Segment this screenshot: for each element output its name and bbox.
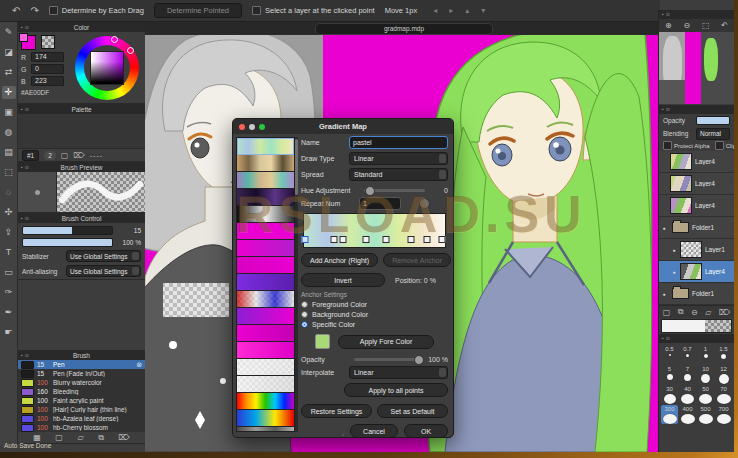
- gradient-preset-3[interactable]: [237, 172, 294, 189]
- gradient-preset-6[interactable]: [237, 223, 294, 240]
- dropdown-button[interactable]: [132, 252, 139, 260]
- checkbox-box[interactable]: [663, 141, 672, 150]
- new-page-icon[interactable]: ▢: [61, 151, 69, 160]
- delete-layer-icon[interactable]: ⌦: [719, 308, 730, 317]
- panel-menu-icon[interactable]: ⊙: [666, 336, 670, 341]
- gradient-preset-10[interactable]: [237, 291, 294, 308]
- gradient-preset-2[interactable]: [237, 155, 294, 172]
- brush-item[interactable]: 100hb-Cherry blossom: [18, 423, 145, 432]
- layer-row-folder1[interactable]: ●Folder1: [659, 283, 734, 305]
- gradient-preset-8[interactable]: [237, 257, 294, 274]
- layer-row-layer4[interactable]: Layer4: [659, 195, 734, 217]
- nudge-icon-4[interactable]: ▾: [481, 6, 485, 16]
- hand-tool[interactable]: ☛: [2, 326, 16, 339]
- invert-button[interactable]: Invert: [301, 273, 385, 287]
- brush-item[interactable]: 100Blurry watercolor: [18, 378, 145, 387]
- text-tool[interactable]: T: [2, 246, 16, 259]
- zoom-out-icon[interactable]: ⊖: [683, 21, 690, 30]
- gradient-preset-1[interactable]: [237, 138, 294, 155]
- checkbox-box[interactable]: [715, 141, 724, 150]
- gradient-anchor-8[interactable]: [439, 236, 446, 243]
- size-preset-0.7[interactable]: 0.7: [679, 345, 696, 364]
- new-layer-icon[interactable]: ▢: [663, 308, 671, 317]
- restore-settings-button[interactable]: Restore Settings: [301, 404, 372, 418]
- size-preset-500[interactable]: 500: [697, 405, 714, 424]
- stabilizer-dropdown[interactable]: Use Global Settings: [66, 250, 141, 262]
- gradient-anchor-4[interactable]: [363, 236, 370, 243]
- size-preset-7[interactable]: 7: [679, 365, 696, 384]
- gradient-preset-5[interactable]: [237, 206, 294, 223]
- saturation-value-square[interactable]: [90, 51, 124, 85]
- gradient-anchor-2[interactable]: [330, 236, 337, 243]
- background-color-radio[interactable]: Background Color: [301, 310, 448, 319]
- size-preset-12[interactable]: 12: [715, 365, 732, 384]
- antialiasing-dropdown[interactable]: Use Global Settings: [66, 265, 141, 277]
- nudge-icon-2[interactable]: ▸: [449, 6, 453, 16]
- redo-icon[interactable]: ↷: [30, 6, 38, 16]
- gradient-preset-9[interactable]: [237, 274, 294, 291]
- size-preset-700[interactable]: 700: [715, 405, 732, 424]
- gradient-preset-18[interactable]: [237, 427, 294, 432]
- gradient-tool[interactable]: ▤: [2, 146, 16, 159]
- brush-item[interactable]: 15Pen⊗: [18, 360, 145, 369]
- size-preset-0.5[interactable]: 0.5: [661, 345, 678, 364]
- duplicate-brush-icon[interactable]: ⧉: [98, 433, 104, 443]
- size-preset-1.5[interactable]: 1.5: [715, 345, 732, 364]
- eraser-tool[interactable]: ◪: [2, 46, 16, 59]
- gradient-preset-17[interactable]: [237, 410, 294, 427]
- resize-grip[interactable]: ⌟: [342, 429, 345, 436]
- gradient-preset-14[interactable]: [237, 359, 294, 376]
- slider-knob[interactable]: [414, 355, 424, 365]
- protect-alpha-checkbox[interactable]: Protect Alpha: [663, 141, 710, 150]
- draw-type-dropdown[interactable]: Linear: [349, 152, 448, 165]
- dropdown-button[interactable]: [439, 154, 446, 163]
- visibility-dot[interactable]: ●: [671, 269, 677, 275]
- layer-opacity-slider[interactable]: [696, 116, 730, 125]
- gradient-anchor-7[interactable]: [423, 236, 430, 243]
- duplicate-layer-icon[interactable]: ⧉: [678, 307, 684, 317]
- brush-opacity-slider[interactable]: [22, 238, 113, 247]
- brush-item[interactable]: 100hb-Azalea leaf (dense): [18, 414, 145, 423]
- panel-menu-icon[interactable]: ⊙: [666, 12, 670, 17]
- panel-collapse-icon[interactable]: ▪: [662, 12, 664, 17]
- apply-fore-color-button[interactable]: Apply Fore Color: [338, 335, 434, 349]
- curve-tool[interactable]: ✑: [2, 286, 16, 299]
- gradient-preset-16[interactable]: [237, 393, 294, 410]
- size-preset-50[interactable]: 50: [697, 385, 714, 404]
- add-folder-icon[interactable]: ▱: [705, 308, 711, 317]
- spread-dropdown[interactable]: Standard: [349, 168, 448, 181]
- select-layer-checkbox[interactable]: Select a layer at the clicked point: [252, 6, 375, 15]
- decoration-tool[interactable]: ✣: [2, 206, 16, 219]
- brush-options-icon[interactable]: ⊗: [136, 361, 142, 369]
- hue-adjustment-slider[interactable]: [364, 189, 425, 192]
- dropdown-button[interactable]: [439, 368, 446, 377]
- b-value-field[interactable]: 223: [31, 76, 64, 86]
- checkbox-box[interactable]: [49, 6, 58, 15]
- rotate-reset-icon[interactable]: ↶: [721, 21, 728, 30]
- trash-icon[interactable]: ⌦: [73, 151, 84, 160]
- brush-item[interactable]: 100[Hair] Curly hair (thin line): [18, 405, 145, 414]
- radio-dot-selected[interactable]: [301, 321, 308, 328]
- cancel-button[interactable]: Cancel: [350, 424, 398, 438]
- opacity-slider[interactable]: [354, 358, 419, 361]
- determine-pointed-button[interactable]: Determine Pointed: [154, 3, 242, 18]
- dropdown-button[interactable]: [132, 267, 139, 275]
- material-preview-bar[interactable]: [661, 319, 732, 333]
- nudge-icon-3[interactable]: ▴: [465, 6, 469, 16]
- brush-item[interactable]: 100Faint acrylic paint: [18, 396, 145, 405]
- name-input[interactable]: pastel: [349, 136, 448, 149]
- fit-view-icon[interactable]: ⬚: [702, 21, 710, 30]
- size-preset-1[interactable]: 1: [697, 345, 714, 364]
- size-preset-40[interactable]: 40: [679, 385, 696, 404]
- foreground-color-swatch[interactable]: [21, 35, 36, 50]
- layer-row-layer4[interactable]: Layer4: [659, 173, 734, 195]
- dropdown-button[interactable]: [439, 170, 446, 179]
- brush-slot-chip[interactable]: #1: [22, 150, 39, 161]
- size-preset-70[interactable]: 70: [715, 385, 732, 404]
- panel-collapse-icon[interactable]: ▪: [662, 107, 664, 112]
- sv-marker[interactable]: [127, 47, 134, 54]
- nudge-icon-1[interactable]: ◂: [433, 6, 437, 16]
- preset-scrollbar[interactable]: [295, 137, 298, 432]
- gradient-anchor-3[interactable]: [340, 236, 347, 243]
- merge-down-icon[interactable]: ⊖: [691, 308, 698, 317]
